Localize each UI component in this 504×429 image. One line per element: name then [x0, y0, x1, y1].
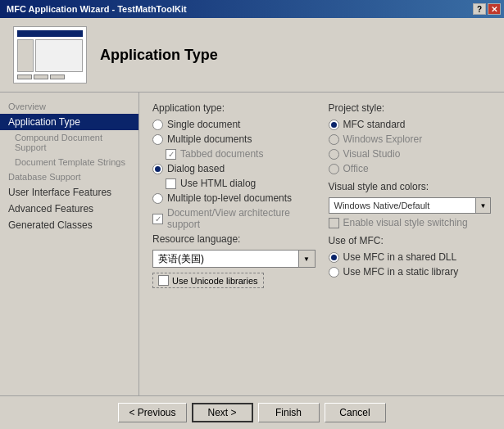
project-style-column: Project style: MFC standard Windows Expl… — [329, 102, 492, 288]
radio-dialog-based-indicator — [152, 164, 163, 174]
visual-style-value: Windows Native/Default — [329, 201, 476, 210]
finish-button[interactable]: Finish — [258, 403, 320, 422]
radio-static-lib-label: Use MFC in a static library — [343, 266, 459, 278]
radio-multiple-toplevel-label: Multiple top-level documents — [167, 192, 292, 204]
radio-office-indicator — [329, 164, 339, 174]
main-content: Application type: Single document Multip… — [139, 93, 504, 395]
radio-shared-dll-indicator — [329, 252, 339, 263]
radio-windows-explorer-indicator — [329, 134, 339, 145]
radio-mfc-standard[interactable]: MFC standard — [329, 119, 492, 130]
resource-language-section: Resource language: 英语(美国) ▼ — [152, 233, 316, 268]
checkbox-html-dialog[interactable]: Use HTML dialog — [166, 178, 316, 189]
title-bar: MFC Application Wizard - TestMathToolKit… — [0, 0, 504, 18]
radio-static-lib-indicator — [329, 267, 339, 278]
sidebar: Overview Application Type Compound Docum… — [0, 93, 139, 395]
unicode-section: Use Unicode libraries — [152, 273, 316, 288]
visual-style-dropdown-arrow-icon[interactable]: ▼ — [475, 198, 490, 213]
page-title: Application Type — [100, 47, 218, 64]
radio-static-lib[interactable]: Use MFC in a static library — [329, 266, 492, 278]
sidebar-section-database: Database Support — [0, 169, 138, 184]
sidebar-item-advanced-features[interactable]: Advanced Features — [0, 201, 138, 217]
unicode-checkbox-box — [158, 275, 169, 286]
radio-single-doc-label: Single document — [167, 119, 240, 130]
radio-dialog-based-label: Dialog based — [167, 163, 225, 174]
radio-office: Office — [329, 163, 492, 174]
preview-image — [13, 26, 87, 84]
title-bar-buttons: ? ✕ — [473, 3, 501, 15]
checkbox-enable-switching: Enable visual style switching — [329, 217, 492, 228]
checkbox-enable-switching-box — [329, 218, 339, 228]
app-type-label: Application type: — [152, 102, 316, 114]
radio-multiple-toplevel-indicator — [152, 193, 163, 204]
radio-visual-studio-indicator — [329, 149, 339, 160]
use-of-mfc-section: Use of MFC: Use MFC in a shared DLL Use … — [329, 235, 492, 278]
radio-visual-studio: Visual Studio — [329, 148, 492, 160]
checkbox-tabbed-docs-box — [166, 149, 176, 160]
content-area: Overview Application Type Compound Docum… — [0, 93, 504, 395]
checkbox-tabbed-docs-label: Tabbed documents — [180, 148, 263, 160]
title-bar-text: MFC Application Wizard - TestMathToolKit — [3, 4, 187, 14]
sidebar-item-application-type[interactable]: Application Type — [0, 114, 138, 130]
close-button[interactable]: ✕ — [488, 3, 501, 15]
sidebar-section-overview: Overview — [0, 99, 138, 114]
use-of-mfc-label: Use of MFC: — [329, 235, 492, 246]
next-button[interactable]: Next > — [192, 403, 253, 422]
checkbox-docview: Document/View architecture support — [152, 207, 316, 230]
visual-style-label: Visual style and colors: — [329, 181, 492, 192]
radio-single-doc-indicator — [152, 120, 163, 130]
app-type-column: Application type: Single document Multip… — [152, 102, 316, 288]
cancel-button[interactable]: Cancel — [325, 403, 386, 422]
checkbox-html-dialog-box — [166, 178, 176, 189]
checkbox-html-dialog-label: Use HTML dialog — [180, 178, 256, 189]
radio-windows-explorer: Windows Explorer — [329, 133, 492, 145]
radio-multiple-docs-indicator — [152, 134, 163, 145]
bottom-bar: < Previous Next > Finish Cancel — [0, 395, 504, 429]
main-window: Application Type Overview Application Ty… — [0, 18, 504, 429]
project-style-label: Project style: — [329, 102, 492, 114]
previous-button[interactable]: < Previous — [118, 403, 186, 422]
sidebar-item-compound-doc[interactable]: Compound Document Support — [0, 130, 138, 155]
resource-language-label: Resource language: — [152, 233, 316, 245]
radio-multiple-docs-label: Multiple documents — [167, 133, 252, 145]
resource-language-dropdown[interactable]: 英语(美国) ▼ — [152, 250, 316, 268]
unicode-checkbox-label[interactable]: Use Unicode libraries — [152, 273, 264, 288]
checkbox-docview-label: Document/View architecture support — [167, 207, 316, 230]
radio-visual-studio-label: Visual Studio — [343, 148, 401, 160]
radio-mfc-standard-label: MFC standard — [343, 119, 406, 130]
checkbox-docview-box — [152, 214, 163, 224]
visual-style-section: Visual style and colors: Windows Native/… — [329, 181, 492, 214]
two-column-layout: Application type: Single document Multip… — [152, 102, 491, 288]
radio-shared-dll[interactable]: Use MFC in a shared DLL — [329, 251, 492, 263]
visual-style-dropdown[interactable]: Windows Native/Default ▼ — [329, 197, 492, 214]
sidebar-item-ui-features[interactable]: User Interface Features — [0, 184, 138, 201]
sidebar-item-generated-classes[interactable]: Generated Classes — [0, 217, 138, 233]
radio-shared-dll-label: Use MFC in a shared DLL — [343, 251, 457, 263]
radio-windows-explorer-label: Windows Explorer — [343, 133, 423, 145]
sidebar-item-doc-template[interactable]: Document Template Strings — [0, 155, 138, 169]
radio-dialog-based[interactable]: Dialog based — [152, 163, 316, 174]
dropdown-arrow-icon[interactable]: ▼ — [298, 251, 315, 267]
checkbox-tabbed-docs: Tabbed documents — [166, 148, 316, 160]
unicode-label-text: Use Unicode libraries — [172, 276, 258, 286]
checkbox-enable-switching-label: Enable visual style switching — [343, 217, 468, 228]
help-button[interactable]: ? — [473, 3, 486, 15]
radio-single-doc[interactable]: Single document — [152, 119, 316, 130]
radio-mfc-standard-indicator — [329, 120, 339, 130]
radio-multiple-docs[interactable]: Multiple documents — [152, 133, 316, 145]
radio-office-label: Office — [343, 163, 369, 174]
radio-multiple-toplevel[interactable]: Multiple top-level documents — [152, 192, 316, 204]
header: Application Type — [0, 18, 504, 93]
resource-language-value: 英语(美国) — [153, 252, 298, 266]
